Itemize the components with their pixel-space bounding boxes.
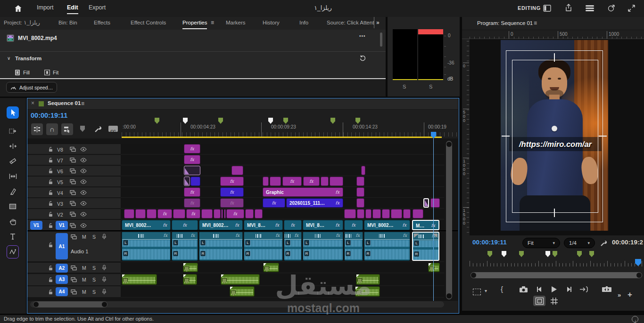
timeline-settings-wrench-icon[interactable]	[94, 125, 102, 133]
tab-markers[interactable]: Markers	[226, 17, 246, 28]
timeline-clip[interactable]	[330, 177, 343, 186]
timeline-clip[interactable]: fx	[220, 187, 244, 197]
hand-tool[interactable]	[7, 215, 19, 227]
program-marker[interactable]	[545, 251, 550, 257]
lock-icon[interactable]	[48, 201, 53, 206]
lock-icon[interactable]	[48, 157, 53, 163]
menu-item-import[interactable]: Import	[37, 4, 53, 11]
timeline-clip[interactable]: MVI_8002…fx	[199, 220, 243, 230]
tab-project[interactable]: Project: ريلزا_١	[4, 17, 40, 28]
toggle-track-output-eye-icon[interactable]	[80, 158, 87, 162]
sequence-marker[interactable]	[268, 118, 273, 124]
timeline-clip[interactable]: fxLR	[303, 232, 343, 261]
mute-button[interactable]: M	[82, 277, 86, 283]
mark-in-button[interactable]: {	[501, 285, 503, 293]
tab-bin[interactable]: Bin: Bin	[58, 17, 77, 28]
share-export-icon[interactable]	[565, 4, 572, 12]
voice-record-mic-icon[interactable]	[102, 265, 107, 271]
track-select-forward-tool[interactable]	[7, 125, 19, 137]
tab-properties[interactable]: Properties	[182, 17, 207, 29]
track-lane-v6[interactable]	[121, 166, 444, 176]
program-timecode[interactable]: 00:00:19:11	[472, 239, 507, 246]
solo-button[interactable]: S	[92, 265, 96, 271]
tab-source[interactable]: Source: Click Attenti	[327, 17, 374, 28]
program-marker[interactable]	[589, 251, 594, 257]
fit-button[interactable]: Fit	[53, 70, 58, 75]
timeline-clip[interactable]	[391, 209, 402, 218]
tab-program[interactable]: Program: Sequence 01	[477, 17, 533, 29]
timeline-clip[interactable]: fx	[184, 155, 200, 164]
track-header-a3[interactable]: A3MS	[27, 274, 121, 286]
program-marker[interactable]	[577, 251, 582, 257]
sync-lock-icon[interactable]	[70, 157, 76, 163]
sync-lock-icon[interactable]	[71, 289, 77, 295]
timeline-panel-menu-icon[interactable]: ≡	[81, 100, 84, 107]
timeline-clip[interactable]: fxLR	[244, 232, 283, 261]
mark-out-button[interactable]	[579, 286, 589, 292]
timeline-clip[interactable]: fxLR	[344, 232, 363, 261]
track-lane-a4[interactable]	[121, 286, 444, 298]
timeline-clip[interactable]: fx	[344, 220, 363, 230]
timeline-clip[interactable]	[403, 209, 411, 218]
timeline-clip[interactable]	[430, 198, 440, 208]
timeline-clip[interactable]	[147, 209, 157, 218]
mute-button[interactable]: M	[82, 289, 86, 295]
solo-button[interactable]: S	[92, 234, 96, 240]
timeline-clip[interactable]	[428, 263, 440, 272]
rectangle-tool[interactable]	[7, 200, 19, 212]
timeline-clip[interactable]	[214, 209, 221, 218]
lock-icon[interactable]	[48, 265, 53, 271]
program-scrollbar[interactable]	[471, 272, 642, 278]
timeline-clip[interactable]	[344, 209, 356, 218]
timeline-clip[interactable]	[221, 274, 260, 285]
program-marker[interactable]	[519, 251, 524, 257]
timeline-clip[interactable]: MVI_8…fx	[303, 220, 343, 230]
grid-overlay-icon[interactable]	[551, 298, 558, 305]
timeline-clip[interactable]	[413, 209, 423, 218]
timeline-clip[interactable]	[321, 177, 329, 186]
lock-icon[interactable]	[48, 277, 53, 283]
razor-tool[interactable]	[7, 155, 19, 167]
timeline-clip[interactable]	[382, 209, 390, 218]
remix-tool[interactable]	[7, 245, 19, 258]
info-icon[interactable]: i	[632, 316, 638, 323]
sync-lock-icon[interactable]	[70, 201, 76, 206]
timeline-clip[interactable]: fx	[184, 198, 200, 208]
solo-left-button[interactable]: S	[403, 84, 406, 89]
linked-selection-button[interactable]	[61, 123, 73, 135]
timeline-clip[interactable]	[355, 286, 380, 297]
mask-selector-icon[interactable]	[473, 289, 481, 295]
sync-lock-icon[interactable]	[71, 234, 77, 240]
transform-inner-rect[interactable]	[512, 60, 598, 213]
slip-tool[interactable]	[7, 170, 19, 182]
timeline-clip[interactable]: fxLR	[122, 232, 171, 261]
timeline-clip[interactable]: fx	[220, 177, 244, 186]
source-patch-v1[interactable]: V1	[30, 221, 42, 230]
mask-selector-chevron[interactable]: ▾	[485, 288, 487, 293]
sync-lock-icon[interactable]	[71, 277, 77, 283]
lock-icon[interactable]	[48, 168, 53, 174]
track-header-a2[interactable]: A2MS	[27, 263, 121, 273]
timeline-clip[interactable]	[173, 209, 185, 218]
transform-section-chevron[interactable]: ∨	[7, 56, 10, 61]
timeline-clip[interactable]: MVI_8…fx	[244, 220, 283, 230]
timeline-clip[interactable]: fx	[220, 198, 244, 208]
menu-item-edit[interactable]: Edit	[67, 4, 78, 14]
timeline-clip[interactable]	[372, 209, 381, 218]
voice-record-mic-icon[interactable]	[102, 234, 107, 240]
timeline-clip[interactable]	[255, 209, 263, 218]
track-header-v8[interactable]: V8	[27, 144, 121, 154]
type-tool[interactable]	[7, 230, 19, 242]
lock-icon[interactable]	[48, 190, 53, 195]
timeline-clip[interactable]: fxLR	[199, 232, 243, 261]
timeline-clip[interactable]: fx	[172, 220, 198, 230]
track-header-v4[interactable]: V4	[27, 187, 121, 198]
timeline-clip[interactable]: M…fx	[412, 220, 439, 230]
timeline-clip[interactable]	[365, 209, 372, 218]
timeline-clip[interactable]: Graphicfx	[263, 187, 343, 197]
timeline-clip[interactable]	[122, 274, 157, 285]
timeline-clip[interactable]: fx	[303, 177, 320, 186]
timeline-clip[interactable]	[356, 198, 364, 208]
panel-overflow-chevron[interactable]: »	[376, 19, 380, 26]
timeline-clip[interactable]: MVI_8002…fx	[364, 220, 410, 230]
